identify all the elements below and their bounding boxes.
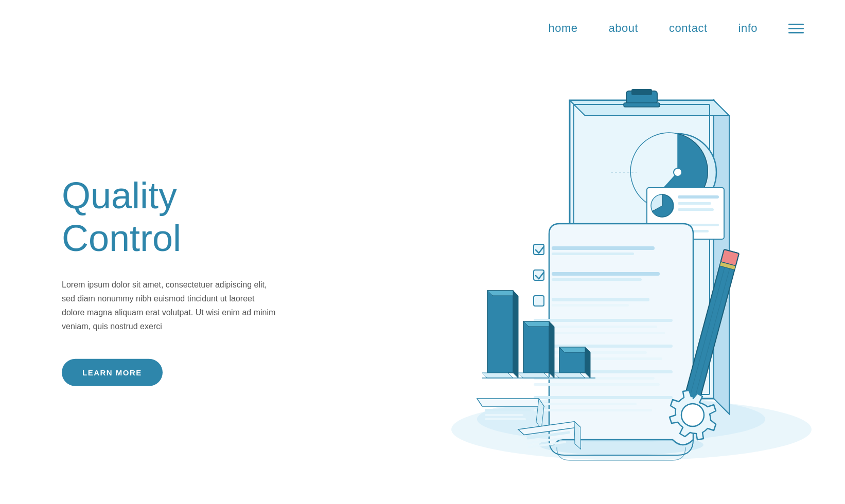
- svg-rect-27: [552, 304, 629, 307]
- nav-home[interactable]: home: [548, 22, 577, 35]
- hamburger-line-1: [788, 24, 804, 25]
- learn-more-button[interactable]: LEARN MORE: [62, 359, 163, 386]
- svg-rect-25: [534, 296, 544, 306]
- svg-rect-24: [552, 278, 642, 281]
- svg-rect-43: [523, 321, 549, 373]
- svg-rect-38: [534, 403, 637, 405]
- svg-rect-20: [552, 246, 655, 250]
- svg-marker-45: [549, 321, 554, 378]
- hero-title: Quality Control: [62, 174, 298, 260]
- nav-contact[interactable]: contact: [669, 22, 707, 35]
- svg-rect-14: [678, 202, 711, 205]
- svg-rect-7: [631, 89, 652, 95]
- hamburger-line-2: [788, 28, 804, 29]
- svg-marker-51: [554, 373, 585, 378]
- quality-control-illustration: [374, 69, 827, 491]
- svg-rect-13: [678, 195, 719, 199]
- svg-point-10: [674, 168, 682, 176]
- hamburger-menu-icon[interactable]: [788, 24, 804, 33]
- svg-marker-49: [482, 373, 513, 378]
- svg-point-71: [681, 404, 704, 426]
- svg-rect-39: [534, 409, 652, 411]
- left-section: Quality Control Lorem ipsum dolor sit am…: [62, 174, 298, 386]
- svg-marker-48: [585, 347, 590, 378]
- svg-rect-37: [534, 396, 673, 399]
- hamburger-line-3: [788, 32, 804, 33]
- svg-rect-65: [485, 418, 526, 420]
- header: home about contact info: [0, 0, 845, 57]
- nav-about[interactable]: about: [609, 22, 639, 35]
- svg-marker-61: [477, 399, 544, 406]
- svg-rect-21: [552, 253, 634, 255]
- svg-rect-8: [624, 103, 660, 107]
- hero-description: Lorem ipsum dolor sit amet, consectetuer…: [62, 277, 278, 333]
- svg-rect-63: [485, 409, 531, 411]
- svg-rect-36: [534, 383, 660, 386]
- svg-rect-28: [534, 319, 673, 322]
- svg-marker-42: [513, 291, 518, 378]
- svg-rect-64: [485, 414, 523, 416]
- svg-rect-40: [487, 291, 513, 373]
- nav-info[interactable]: info: [738, 22, 758, 35]
- svg-marker-50: [518, 373, 549, 378]
- illustration-container: [356, 57, 845, 504]
- svg-rect-26: [552, 298, 649, 301]
- main-nav: home about contact info: [548, 22, 804, 35]
- svg-rect-23: [552, 272, 660, 276]
- svg-rect-15: [678, 208, 714, 211]
- main-content: Quality Control Lorem ipsum dolor sit am…: [0, 57, 845, 504]
